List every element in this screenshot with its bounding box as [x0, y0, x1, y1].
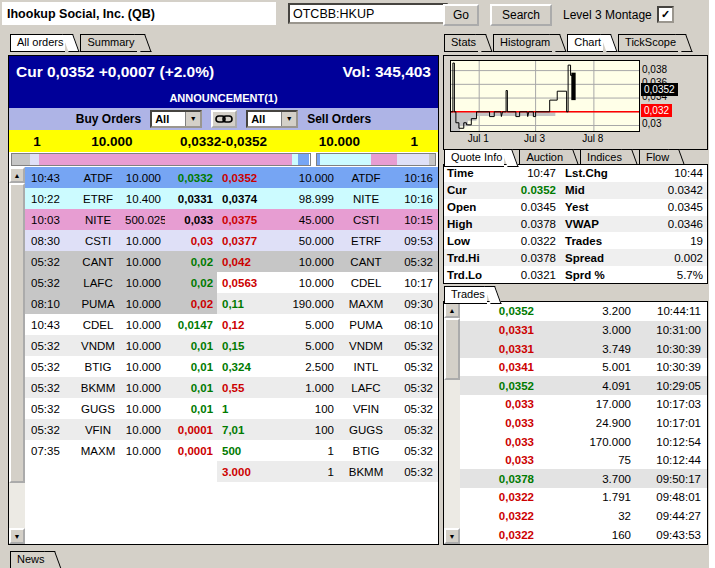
trade-row: 0,033170.00010:12:54	[460, 432, 707, 451]
sell-order[interactable]: 0,125.000PUMA08:10	[217, 314, 438, 335]
order-book-row[interactable]: 10:03NITE500.0250,0330,037545.000CSTI10:…	[25, 209, 438, 230]
sell-order[interactable]: 0,037545.000CSTI10:15	[217, 209, 438, 230]
sell-order[interactable]: 0,11190.000MAXM09:30	[217, 293, 438, 314]
tab-summary[interactable]: Summary	[80, 34, 136, 52]
order-book-row[interactable]: 08:30CSTI10.0000,030,037750.000ETRF09:53	[25, 230, 438, 251]
buy-order[interactable]: 05:32VNDM10.0000,01	[25, 335, 217, 356]
market-maker-id: CDEL	[340, 277, 392, 289]
order-size: 50.000	[281, 235, 340, 247]
bid-price: 0,01	[165, 340, 217, 352]
order-book-row[interactable]: 3.0001BKMM05:32	[25, 461, 438, 482]
symbol-input[interactable]	[288, 3, 448, 24]
order-time: 10:16	[392, 193, 438, 205]
buy-order[interactable]: 07:35MAXM10.0000,0001	[25, 440, 217, 461]
scrollbar-thumb[interactable]	[444, 318, 460, 380]
market-maker-id: MAXM	[340, 298, 392, 310]
book-scrollbar[interactable]: ▲ ▼	[9, 167, 25, 544]
company-name-strip: Ihookup Social, Inc. (QB)	[2, 2, 276, 25]
tab-chart[interactable]: Chart	[567, 34, 603, 52]
market-maker-id: BKMM	[71, 382, 125, 394]
buy-order[interactable]: 05:32BTIG10.0000,01	[25, 356, 217, 377]
scroll-up-arrow-icon[interactable]: ▲	[9, 167, 25, 183]
market-maker-id: VNDM	[340, 340, 392, 352]
sell-order[interactable]: 0,037498.999NITE10:16	[217, 188, 438, 209]
tab-histogram[interactable]: Histogram	[493, 34, 552, 52]
order-book-row[interactable]: 10:22ETRF10.4000,03310,037498.999NITE10:…	[25, 188, 438, 209]
trade-price: 0,0322	[460, 491, 534, 503]
order-book-row[interactable]: 05:32BKMM10.0000,010,551.000LAFC05:32	[25, 377, 438, 398]
scroll-up-arrow-icon[interactable]: ▲	[444, 302, 460, 318]
order-time: 05:32	[25, 382, 71, 394]
quote-value: 0.0352	[490, 184, 556, 196]
buy-order[interactable]: 08:10PUMA10.0000,02	[25, 293, 217, 314]
tab-all-orders[interactable]: All orders	[10, 34, 65, 52]
order-book-row[interactable]: 05:32LAFC10.0000,020,056310.000CDEL10:17	[25, 272, 438, 293]
buy-order[interactable]: 08:30CSTI10.0000,03	[25, 230, 217, 251]
sell-order[interactable]: 0,037750.000ETRF09:53	[217, 230, 438, 251]
ask-price: 500	[217, 445, 281, 457]
order-book-row[interactable]: 05:32BTIG10.0000,010,3242.500INTL05:32	[25, 356, 438, 377]
link-filters-button[interactable]	[211, 110, 237, 128]
order-book-row[interactable]: 08:10PUMA10.0000,020,11190.000MAXM09:30	[25, 293, 438, 314]
buy-order[interactable]: 10:43CDEL10.0000,0147	[25, 314, 217, 335]
tab-quote-info[interactable]: Quote Info	[444, 149, 504, 167]
sell-order[interactable]: 0,056310.000CDEL10:17	[217, 272, 438, 293]
bid-price: 0,02	[165, 298, 217, 310]
tab-tickscope[interactable]: TickScope	[618, 34, 678, 52]
buy-order[interactable]: 05:32GUGS10.0000,01	[25, 398, 217, 419]
buy-order[interactable]: 05:32BKMM10.0000,01	[25, 377, 217, 398]
buy-order[interactable]: 05:32CANT10.0000,02	[25, 251, 217, 272]
buy-order[interactable]	[25, 461, 217, 482]
market-maker-id: NITE	[340, 193, 392, 205]
quote-info-row: Time10:47Lst.Chg10:44	[444, 165, 707, 182]
sell-order[interactable]: 0,035210.000ATDF10:16	[217, 167, 438, 188]
sell-order[interactable]: 3.0001BKMM05:32	[217, 461, 438, 482]
sell-order[interactable]: 0,551.000LAFC05:32	[217, 377, 438, 398]
announcement-bar[interactable]: ANNOUNCEMENT(1)	[9, 88, 438, 108]
buy-filter-select[interactable]: All ▼	[150, 110, 202, 128]
level3-montage-panel: Cur 0,0352 +0,0007 (+2.0%) Vol: 345,403 …	[8, 55, 439, 545]
order-time: 05:32	[25, 277, 71, 289]
buy-order[interactable]: 05:32LAFC10.0000,02	[25, 272, 217, 293]
tab-stats[interactable]: Stats	[444, 34, 478, 52]
sell-order[interactable]: 0,04210.000CANT05:32	[217, 251, 438, 272]
bid-price: 0,033	[165, 214, 217, 226]
order-time: 05:32	[392, 466, 438, 478]
sell-order[interactable]: 0,155.000VNDM05:32	[217, 335, 438, 356]
chevron-down-icon[interactable]: ▼	[185, 112, 200, 126]
quote-label: VWAP	[556, 218, 620, 230]
buy-order[interactable]: 10:43ATDF10.0000,0332	[25, 167, 217, 188]
search-button[interactable]: Search	[490, 4, 552, 26]
sell-order[interactable]: 7,01100GUGS05:32	[217, 419, 438, 440]
market-maker-id: VFIN	[71, 424, 125, 436]
buy-order[interactable]: 10:03NITE500.0250,033	[25, 209, 217, 230]
trades-scrollbar[interactable]: ▲ ▼	[444, 302, 460, 544]
order-book-row[interactable]: 05:32GUGS10.0000,011100VFIN05:32	[25, 398, 438, 419]
order-book-row[interactable]: 05:32CANT10.0000,020,04210.000CANT05:32	[25, 251, 438, 272]
level3-checkbox[interactable]: ✓	[657, 6, 674, 23]
scroll-down-arrow-icon[interactable]: ▼	[9, 528, 25, 544]
buy-order[interactable]: 05:32VFIN10.0000,0001	[25, 419, 217, 440]
buy-order[interactable]: 10:22ETRF10.4000,0331	[25, 188, 217, 209]
tab-trades[interactable]: Trades	[444, 286, 487, 304]
order-time: 08:10	[25, 298, 71, 310]
ask-price: 0,15	[217, 340, 281, 352]
tab-news[interactable]: News	[10, 551, 47, 568]
scrollbar-thumb[interactable]	[9, 183, 25, 483]
chevron-down-icon[interactable]: ▼	[281, 112, 296, 126]
order-book-row[interactable]: 05:32VFIN10.0000,00017,01100GUGS05:32	[25, 419, 438, 440]
bid-price: 0,0147	[165, 319, 217, 331]
order-book-row[interactable]: 10:43ATDF10.0000,03320,035210.000ATDF10:…	[25, 167, 438, 188]
order-book-row[interactable]: 10:43CDEL10.0000,01470,125.000PUMA08:10	[25, 314, 438, 335]
quote-label: Trd.Lo	[444, 269, 490, 281]
order-book-row[interactable]: 05:32VNDM10.0000,010,155.000VNDM05:32	[25, 335, 438, 356]
sell-filter-select[interactable]: All ▼	[246, 110, 298, 128]
order-book-row[interactable]: 07:35MAXM10.0000,00015001BTIG05:32	[25, 440, 438, 461]
market-maker-id: LAFC	[340, 382, 392, 394]
sell-order[interactable]: 1100VFIN05:32	[217, 398, 438, 419]
order-size: 10.000	[125, 424, 165, 436]
sell-order[interactable]: 5001BTIG05:32	[217, 440, 438, 461]
go-button[interactable]: Go	[443, 4, 479, 26]
scroll-down-arrow-icon[interactable]: ▼	[444, 528, 460, 544]
sell-order[interactable]: 0,3242.500INTL05:32	[217, 356, 438, 377]
